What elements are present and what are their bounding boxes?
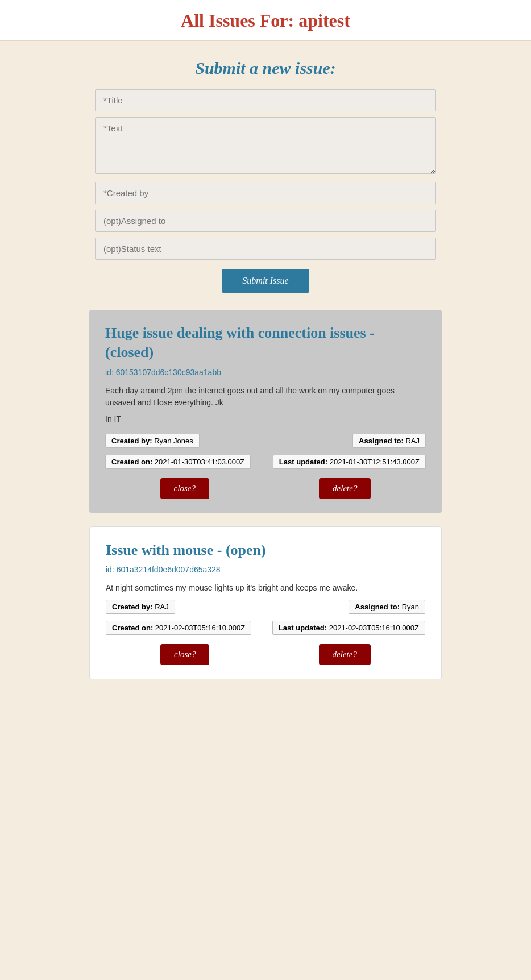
issue-title-0: Huge issue dealing with connection issue… [105, 323, 426, 362]
assigned-to-label-1: Assigned to: [355, 603, 400, 611]
created-by-label-0: Created by: [111, 437, 152, 445]
created-on-value-0: 2021-01-30T03:41:03.000Z [155, 458, 244, 466]
main-content: Submit a new issue: Submit Issue Huge is… [0, 41, 531, 710]
issue-meta-creators-1: Created by: RAJ Assigned to: Ryan [106, 600, 425, 614]
created-by-field-group [95, 182, 436, 204]
issue-card-1: Issue with mouse - (open) id: 601a3214fd… [89, 526, 442, 680]
created-on-label-1: Created on: [112, 624, 153, 632]
text-field-group [95, 117, 436, 176]
created-by-value-0: Ryan Jones [154, 437, 193, 445]
delete-button-1[interactable]: delete? [319, 644, 371, 665]
submit-form-section: Submit a new issue: Submit Issue [95, 59, 436, 293]
assigned-to-label-0: Assigned to: [359, 437, 404, 445]
issues-list: Huge issue dealing with connection issue… [89, 310, 442, 679]
submit-issue-button[interactable]: Submit Issue [222, 269, 309, 293]
title-field-group [95, 89, 436, 111]
issue-text-1: At night sometimes my mouse lights up it… [106, 582, 425, 594]
issue-last-updated-badge-1: Last updated: 2021-02-03T05:16:10.000Z [272, 621, 425, 635]
issue-created-by-badge-1: Created by: RAJ [106, 600, 175, 614]
issue-created-by-badge-0: Created by: Ryan Jones [105, 434, 200, 448]
close-button-1[interactable]: close? [160, 644, 209, 665]
status-text-input[interactable] [95, 238, 436, 260]
title-input[interactable] [95, 89, 436, 111]
assigned-to-value-0: RAJ [405, 437, 420, 445]
close-button-0[interactable]: close? [160, 478, 209, 499]
issue-meta-dates-1: Created on: 2021-02-03T05:16:10.000Z Las… [106, 621, 425, 635]
last-updated-value-1: 2021-02-03T05:16:10.000Z [329, 624, 419, 632]
created-by-value-1: RAJ [155, 603, 169, 611]
issue-assigned-to-badge-1: Assigned to: Ryan [349, 600, 425, 614]
issue-created-on-badge-1: Created on: 2021-02-03T05:16:10.000Z [106, 621, 251, 635]
created-on-label-0: Created on: [111, 458, 152, 466]
text-input[interactable] [95, 117, 436, 174]
created-by-label-1: Created by: [112, 603, 153, 611]
issue-status-text-0: In IT [105, 414, 426, 423]
issue-actions-1: close? delete? [106, 644, 425, 665]
created-on-value-1: 2021-02-03T05:16:10.000Z [155, 624, 245, 632]
issue-meta-creators-0: Created by: Ryan Jones Assigned to: RAJ [105, 434, 426, 448]
issue-card-0: Huge issue dealing with connection issue… [89, 310, 442, 513]
page-title: All Issues For: apitest [0, 10, 531, 31]
assigned-to-field-group [95, 210, 436, 232]
issue-last-updated-badge-0: Last updated: 2021-01-30T12:51:43.000Z [273, 455, 426, 469]
created-by-input[interactable] [95, 182, 436, 204]
last-updated-label-1: Last updated: [279, 624, 327, 632]
issue-id-1: id: 601a3214fd0e6d007d65a328 [106, 565, 425, 574]
delete-button-0[interactable]: delete? [319, 478, 371, 499]
form-title: Submit a new issue: [95, 59, 436, 78]
issue-meta-dates-0: Created on: 2021-01-30T03:41:03.000Z Las… [105, 455, 426, 469]
last-updated-value-0: 2021-01-30T12:51:43.000Z [330, 458, 420, 466]
assigned-to-input[interactable] [95, 210, 436, 232]
last-updated-label-0: Last updated: [279, 458, 327, 466]
issue-assigned-to-badge-0: Assigned to: RAJ [352, 434, 426, 448]
status-text-field-group [95, 238, 436, 260]
issue-text-0: Each day around 2pm the internet goes ou… [105, 385, 426, 409]
issue-title-1: Issue with mouse - (open) [106, 541, 425, 560]
assigned-to-value-1: Ryan [402, 603, 419, 611]
page-header: All Issues For: apitest [0, 0, 531, 41]
issue-id-0: id: 60153107dd6c130c93aa1abb [105, 368, 426, 377]
issue-actions-0: close? delete? [105, 478, 426, 499]
issue-created-on-badge-0: Created on: 2021-01-30T03:41:03.000Z [105, 455, 251, 469]
